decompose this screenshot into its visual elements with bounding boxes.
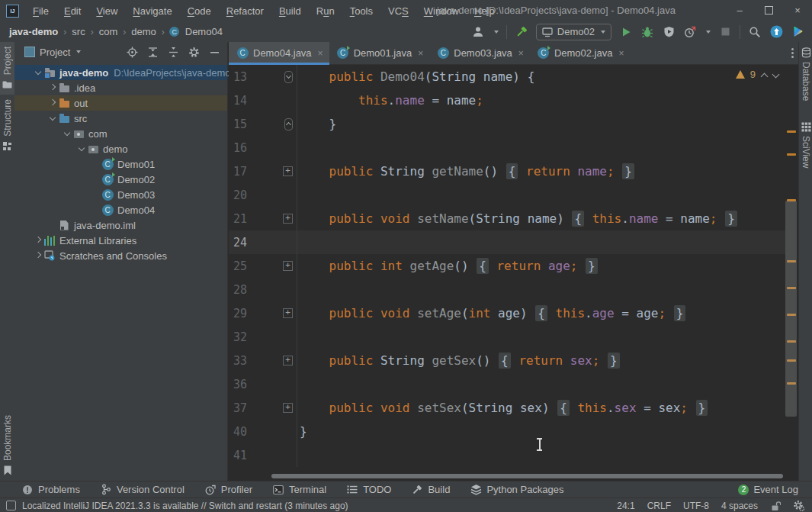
tool-window-button-version-control[interactable]: Version Control xyxy=(100,484,185,495)
menu-build[interactable]: Build xyxy=(271,1,309,21)
code-line-13[interactable]: 13 public Demo04(String name) { xyxy=(229,65,785,89)
menu-refactor[interactable]: Refactor xyxy=(219,1,271,21)
locate-file-icon[interactable] xyxy=(125,45,139,59)
debug-button[interactable] xyxy=(640,25,654,39)
tool-strip-tab-project[interactable]: Project xyxy=(0,42,14,95)
collapse-all-icon[interactable] xyxy=(166,45,180,59)
tool-window-switcher-icon[interactable] xyxy=(6,501,16,510)
menu-view[interactable]: View xyxy=(88,1,125,21)
code-line-20[interactable]: 20 xyxy=(229,183,785,207)
user-account-icon[interactable] xyxy=(471,25,485,39)
tab-close-icon[interactable]: × xyxy=(518,48,524,59)
horizontal-scrollbar[interactable] xyxy=(271,474,783,478)
menu-navigate[interactable]: Navigate xyxy=(125,1,179,21)
fold-expand-icon[interactable]: + xyxy=(283,261,293,271)
code-line-24[interactable]: 24 xyxy=(229,230,785,254)
menu-edit[interactable]: Edit xyxy=(56,1,88,21)
tool-strip-tab-bookmarks[interactable]: Bookmarks xyxy=(0,411,14,481)
tool-window-button-profiler[interactable]: Profiler xyxy=(204,484,252,495)
tab-close-icon[interactable]: × xyxy=(418,48,423,59)
menu-file[interactable]: File xyxy=(25,1,56,21)
tree-chevron-icon[interactable] xyxy=(76,143,87,154)
error-stripe[interactable] xyxy=(785,65,798,481)
tool-window-button-todo[interactable]: TODO xyxy=(346,484,391,495)
tree-row-demo01[interactable]: CDemo01 xyxy=(14,156,227,172)
breadcrumb-item-src[interactable]: src xyxy=(70,26,86,37)
code-line-21[interactable]: 21+ public void setName(String name) { t… xyxy=(229,207,785,230)
tree-chevron-icon[interactable] xyxy=(47,82,58,93)
breadcrumb-item-demo[interactable]: demo xyxy=(130,26,158,37)
code-line-40[interactable]: 40} xyxy=(229,420,785,443)
tree-row-external-libraries[interactable]: External Libraries xyxy=(14,233,227,248)
unlock-icon[interactable] xyxy=(770,501,781,511)
fold-expand-icon[interactable]: + xyxy=(283,356,293,365)
fold-end-icon[interactable] xyxy=(284,118,293,130)
tree-row-scratches-and-consoles[interactable]: Scratches and Consoles xyxy=(14,248,227,263)
tool-strip-tab-sciview[interactable]: SciView xyxy=(799,116,812,172)
menu-vcs[interactable]: VCS xyxy=(380,1,416,21)
editor-tab-demo01-java[interactable]: CDemo01.java× xyxy=(329,42,430,64)
editor-tab-demo04-java[interactable]: CDemo04.java× xyxy=(229,42,329,64)
run-button[interactable] xyxy=(619,25,633,39)
tree-row-demo04[interactable]: CDemo04 xyxy=(14,202,227,217)
code-line-37[interactable]: 37+ public void setSex(String sex) { thi… xyxy=(229,396,785,420)
code-line-28[interactable]: 28 xyxy=(229,278,785,301)
tree-row-demo[interactable]: demo xyxy=(14,141,227,156)
code-line-17[interactable]: 17+ public String getName() { return nam… xyxy=(229,159,785,183)
code-line-41[interactable]: 41 xyxy=(229,443,785,467)
tree-chevron-icon[interactable] xyxy=(33,250,43,261)
tab-close-icon[interactable]: × xyxy=(618,48,624,59)
tool-window-button-python-packages[interactable]: Python Packages xyxy=(470,484,563,495)
menu-code[interactable]: Code xyxy=(180,1,219,21)
gear-icon[interactable] xyxy=(187,45,201,59)
fold-expand-icon[interactable]: + xyxy=(283,308,293,318)
code-line-16[interactable]: 16 xyxy=(229,136,785,159)
hide-panel-icon[interactable] xyxy=(207,45,221,59)
tool-window-button-terminal[interactable]: Terminal xyxy=(272,484,326,495)
tree-row-demo03[interactable]: CDemo03 xyxy=(14,187,227,202)
tree-row-java-demo[interactable]: java-demoD:\IdeaProjects\java-demo xyxy=(14,65,227,80)
settings-gear-icon[interactable] xyxy=(793,500,804,511)
maximize-button[interactable] xyxy=(754,0,783,21)
coverage-button[interactable] xyxy=(662,25,676,39)
tree-chevron-icon[interactable] xyxy=(62,128,72,139)
status-message[interactable]: Localized IntelliJ IDEA 2021.3.3 is avai… xyxy=(22,501,348,511)
fold-expand-icon[interactable]: + xyxy=(283,214,293,224)
breadcrumb-item-com[interactable]: com xyxy=(98,26,120,37)
profiler-button[interactable] xyxy=(683,25,697,39)
menu-tools[interactable]: Tools xyxy=(342,1,380,21)
code-line-15[interactable]: 15 } xyxy=(229,112,785,136)
code-line-14[interactable]: 14 this.name = name; xyxy=(229,89,785,112)
ide-features-trainer-icon[interactable] xyxy=(791,25,804,39)
code-line-29[interactable]: 29+ public void setAge(int age) { this.a… xyxy=(229,301,785,325)
tree-chevron-icon[interactable] xyxy=(33,67,43,78)
code-line-33[interactable]: 33+ public String getSex() { return sex;… xyxy=(229,349,785,372)
fold-expand-icon[interactable]: + xyxy=(283,403,293,413)
tool-window-button-problems[interactable]: Problems xyxy=(21,484,80,495)
previous-warning-icon[interactable] xyxy=(761,72,767,78)
tree-row-com[interactable]: com xyxy=(14,126,227,141)
tool-strip-tab-database[interactable]: Database xyxy=(799,42,812,105)
tool-strip-tab-structure[interactable]: Structure xyxy=(0,95,14,156)
tree-chevron-icon[interactable] xyxy=(33,235,43,246)
line-ending[interactable]: CRLF xyxy=(647,501,671,511)
vertical-scrollbar-thumb[interactable] xyxy=(785,201,797,417)
update-available-icon[interactable] xyxy=(769,25,783,39)
tree-row-java-demo-iml[interactable]: java-demo.iml xyxy=(14,217,227,233)
build-hammer-icon[interactable] xyxy=(515,25,528,39)
close-button[interactable]: × xyxy=(783,0,812,21)
editor-tab-demo02-java[interactable]: CDemo02.java× xyxy=(530,42,631,64)
search-everywhere-icon[interactable] xyxy=(748,25,762,39)
breadcrumb-file[interactable]: Demo04 xyxy=(184,26,224,37)
code-line-25[interactable]: 25+ public int getAge() { return age; } xyxy=(229,254,785,278)
tree-row-out[interactable]: out xyxy=(14,95,227,111)
menu-run[interactable]: Run xyxy=(309,1,342,21)
fold-expand-icon[interactable]: + xyxy=(283,166,293,176)
tree-row-src[interactable]: src xyxy=(14,111,227,126)
project-panel-title[interactable]: Project xyxy=(40,47,70,58)
tree-chevron-icon[interactable] xyxy=(47,98,58,108)
file-encoding[interactable]: UTF-8 xyxy=(683,501,709,511)
tab-options-kebab-icon[interactable] xyxy=(791,48,794,58)
tree-row--idea[interactable]: .idea xyxy=(14,80,227,95)
next-warning-icon[interactable] xyxy=(772,72,778,78)
